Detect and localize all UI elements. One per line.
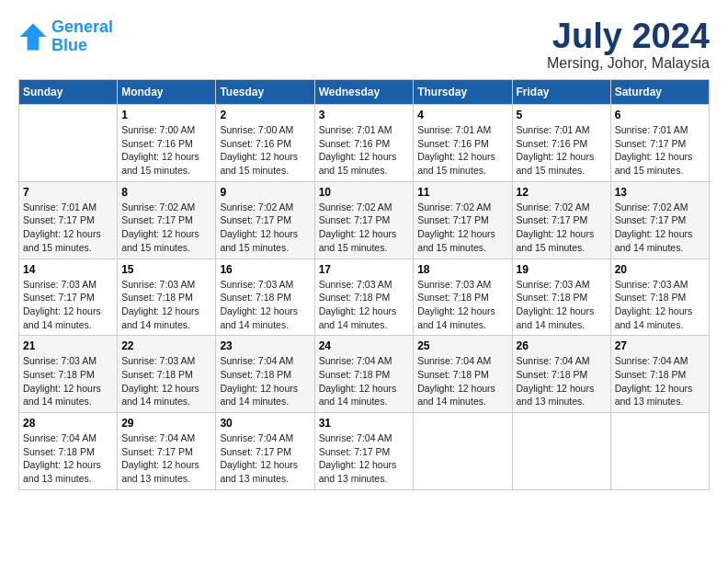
calendar-cell: 24Sunrise: 7:04 AM Sunset: 7:18 PM Dayli… — [314, 336, 414, 413]
day-info: Sunrise: 7:02 AM Sunset: 7:17 PM Dayligh… — [121, 201, 211, 255]
day-number: 28 — [23, 417, 113, 430]
page-header: General Blue July 2024 Mersing, Johor, M… — [18, 18, 710, 72]
calendar-cell: 3Sunrise: 7:01 AM Sunset: 7:16 PM Daylig… — [314, 105, 414, 182]
calendar-cell: 1Sunrise: 7:00 AM Sunset: 7:16 PM Daylig… — [118, 105, 216, 182]
day-number: 15 — [121, 263, 211, 276]
logo: General Blue — [18, 18, 113, 55]
calendar-cell: 30Sunrise: 7:04 AM Sunset: 7:17 PM Dayli… — [216, 413, 314, 490]
day-info: Sunrise: 7:03 AM Sunset: 7:18 PM Dayligh… — [319, 278, 410, 332]
title-block: July 2024 Mersing, Johor, Malaysia — [547, 18, 710, 72]
day-info: Sunrise: 7:04 AM Sunset: 7:18 PM Dayligh… — [23, 431, 113, 486]
day-number: 17 — [319, 263, 410, 276]
location: Mersing, Johor, Malaysia — [547, 55, 710, 72]
calendar-cell: 21Sunrise: 7:03 AM Sunset: 7:18 PM Dayli… — [19, 336, 118, 413]
day-number: 30 — [220, 417, 310, 430]
day-number: 18 — [417, 263, 507, 276]
day-header-tuesday: Tuesday — [216, 80, 314, 105]
day-number: 13 — [615, 186, 705, 199]
day-number: 24 — [319, 339, 410, 352]
day-info: Sunrise: 7:04 AM Sunset: 7:17 PM Dayligh… — [319, 431, 410, 486]
day-info: Sunrise: 7:04 AM Sunset: 7:18 PM Dayligh… — [417, 354, 507, 408]
day-header-monday: Monday — [118, 80, 216, 105]
logo-text: General Blue — [51, 18, 113, 55]
logo-general: General — [51, 17, 113, 36]
calendar-cell: 22Sunrise: 7:03 AM Sunset: 7:18 PM Dayli… — [118, 336, 216, 413]
day-number: 8 — [121, 186, 211, 199]
day-info: Sunrise: 7:03 AM Sunset: 7:18 PM Dayligh… — [417, 278, 507, 332]
calendar-cell: 12Sunrise: 7:02 AM Sunset: 7:17 PM Dayli… — [512, 181, 610, 259]
day-info: Sunrise: 7:03 AM Sunset: 7:18 PM Dayligh… — [121, 278, 211, 332]
day-number: 5 — [517, 109, 607, 121]
calendar-cell: 17Sunrise: 7:03 AM Sunset: 7:18 PM Dayli… — [314, 259, 414, 336]
day-header-saturday: Saturday — [610, 80, 709, 105]
logo-icon — [18, 22, 48, 52]
day-info: Sunrise: 7:03 AM Sunset: 7:18 PM Dayligh… — [517, 278, 607, 332]
day-info: Sunrise: 7:01 AM Sunset: 7:17 PM Dayligh… — [23, 201, 113, 255]
day-number: 29 — [121, 417, 211, 430]
day-info: Sunrise: 7:02 AM Sunset: 7:17 PM Dayligh… — [220, 201, 310, 255]
calendar-cell: 7Sunrise: 7:01 AM Sunset: 7:17 PM Daylig… — [19, 181, 118, 259]
day-number: 31 — [319, 417, 410, 430]
calendar-week-5: 28Sunrise: 7:04 AM Sunset: 7:18 PM Dayli… — [19, 413, 710, 490]
day-info: Sunrise: 7:01 AM Sunset: 7:17 PM Dayligh… — [615, 123, 705, 178]
calendar-header-row: SundayMondayTuesdayWednesdayThursdayFrid… — [19, 80, 710, 105]
calendar-week-3: 14Sunrise: 7:03 AM Sunset: 7:17 PM Dayli… — [19, 259, 710, 336]
calendar-cell: 9Sunrise: 7:02 AM Sunset: 7:17 PM Daylig… — [216, 181, 314, 259]
month-title: July 2024 — [547, 18, 710, 53]
calendar-cell: 14Sunrise: 7:03 AM Sunset: 7:17 PM Dayli… — [19, 259, 118, 336]
logo-blue: Blue — [51, 36, 87, 54]
day-number: 7 — [23, 186, 113, 199]
day-number: 23 — [220, 339, 310, 352]
calendar-cell: 8Sunrise: 7:02 AM Sunset: 7:17 PM Daylig… — [118, 181, 216, 259]
day-info: Sunrise: 7:04 AM Sunset: 7:17 PM Dayligh… — [121, 431, 211, 486]
day-number: 25 — [417, 339, 507, 352]
calendar-cell: 11Sunrise: 7:02 AM Sunset: 7:17 PM Dayli… — [414, 181, 512, 259]
calendar-week-2: 7Sunrise: 7:01 AM Sunset: 7:17 PM Daylig… — [19, 181, 710, 259]
calendar-cell: 26Sunrise: 7:04 AM Sunset: 7:18 PM Dayli… — [512, 336, 610, 413]
calendar-cell: 27Sunrise: 7:04 AM Sunset: 7:18 PM Dayli… — [610, 336, 709, 413]
day-number: 3 — [319, 109, 410, 121]
day-number: 21 — [23, 339, 113, 352]
day-info: Sunrise: 7:03 AM Sunset: 7:18 PM Dayligh… — [615, 278, 705, 332]
day-number: 1 — [121, 109, 211, 121]
calendar-cell: 2Sunrise: 7:00 AM Sunset: 7:16 PM Daylig… — [216, 105, 314, 182]
calendar-cell: 29Sunrise: 7:04 AM Sunset: 7:17 PM Dayli… — [118, 413, 216, 490]
day-number: 2 — [220, 109, 310, 121]
day-header-sunday: Sunday — [19, 80, 118, 105]
calendar-cell: 19Sunrise: 7:03 AM Sunset: 7:18 PM Dayli… — [512, 259, 610, 336]
calendar-cell — [512, 413, 610, 490]
calendar-cell: 4Sunrise: 7:01 AM Sunset: 7:16 PM Daylig… — [414, 105, 512, 182]
day-info: Sunrise: 7:04 AM Sunset: 7:18 PM Dayligh… — [615, 354, 705, 408]
calendar-cell: 18Sunrise: 7:03 AM Sunset: 7:18 PM Dayli… — [414, 259, 512, 336]
day-info: Sunrise: 7:03 AM Sunset: 7:18 PM Dayligh… — [23, 354, 113, 408]
day-number: 26 — [517, 339, 607, 352]
day-number: 12 — [517, 186, 607, 199]
calendar-week-1: 1Sunrise: 7:00 AM Sunset: 7:16 PM Daylig… — [19, 105, 710, 182]
day-info: Sunrise: 7:04 AM Sunset: 7:17 PM Dayligh… — [220, 431, 310, 486]
calendar-cell: 16Sunrise: 7:03 AM Sunset: 7:18 PM Dayli… — [216, 259, 314, 336]
calendar-week-4: 21Sunrise: 7:03 AM Sunset: 7:18 PM Dayli… — [19, 336, 710, 413]
day-number: 11 — [417, 186, 507, 199]
day-number: 4 — [417, 109, 507, 121]
calendar-table: SundayMondayTuesdayWednesdayThursdayFrid… — [18, 79, 710, 490]
day-info: Sunrise: 7:01 AM Sunset: 7:16 PM Dayligh… — [417, 123, 507, 178]
day-info: Sunrise: 7:03 AM Sunset: 7:17 PM Dayligh… — [23, 278, 113, 332]
calendar-cell — [19, 105, 118, 182]
calendar-cell — [610, 413, 709, 490]
calendar-cell: 10Sunrise: 7:02 AM Sunset: 7:17 PM Dayli… — [314, 181, 414, 259]
day-info: Sunrise: 7:02 AM Sunset: 7:17 PM Dayligh… — [417, 201, 507, 255]
day-info: Sunrise: 7:02 AM Sunset: 7:17 PM Dayligh… — [517, 201, 607, 255]
day-header-friday: Friday — [512, 80, 610, 105]
day-number: 22 — [121, 339, 211, 352]
calendar-cell: 23Sunrise: 7:04 AM Sunset: 7:18 PM Dayli… — [216, 336, 314, 413]
calendar-cell: 6Sunrise: 7:01 AM Sunset: 7:17 PM Daylig… — [610, 105, 709, 182]
day-number: 19 — [517, 263, 607, 276]
day-number: 14 — [23, 263, 113, 276]
calendar-cell: 13Sunrise: 7:02 AM Sunset: 7:17 PM Dayli… — [610, 181, 709, 259]
calendar-cell — [414, 413, 512, 490]
calendar-cell: 20Sunrise: 7:03 AM Sunset: 7:18 PM Dayli… — [610, 259, 709, 336]
day-number: 10 — [319, 186, 410, 199]
day-info: Sunrise: 7:04 AM Sunset: 7:18 PM Dayligh… — [220, 354, 310, 408]
calendar-cell: 15Sunrise: 7:03 AM Sunset: 7:18 PM Dayli… — [118, 259, 216, 336]
day-info: Sunrise: 7:02 AM Sunset: 7:17 PM Dayligh… — [615, 201, 705, 255]
